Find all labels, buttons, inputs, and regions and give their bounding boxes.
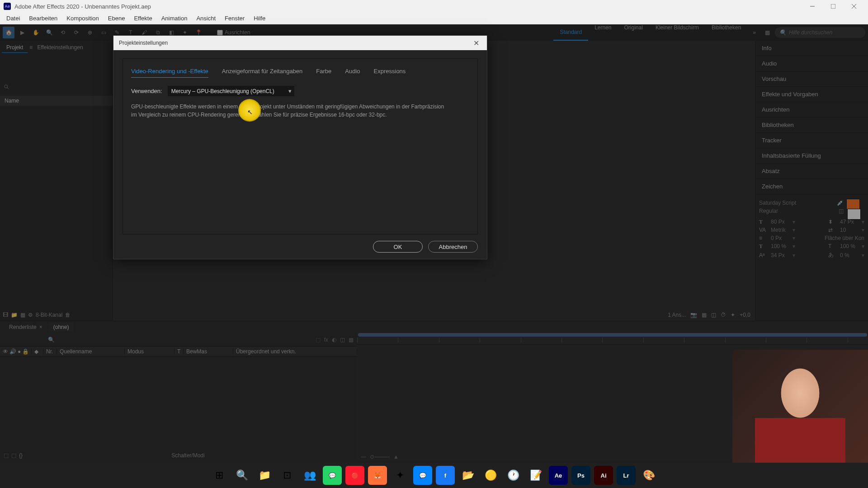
dialog-tab-0[interactable]: Video-Rendering und -Effekte [131,65,208,78]
taskbar-app2[interactable]: 🟡 [481,466,500,485]
taskbar-messenger[interactable]: 💬 [413,466,432,485]
taskbar-facebook[interactable]: f [436,466,455,485]
dialog-close-button[interactable]: ✕ [471,38,481,48]
taskbar-ai[interactable]: Ai [594,466,613,485]
renderer-label: Verwenden: [131,88,162,94]
ok-button[interactable]: OK [373,241,423,253]
taskbar-opera[interactable]: 🔴 [345,466,364,485]
taskbar-search[interactable]: 🔍 [232,466,251,485]
windows-taskbar: ⊞🔍📁⊡👥💬🔴🦊✦💬f📂🟡🕐📝AePsAiLr🎨 [0,463,868,488]
cursor-icon: ↖ [247,108,253,116]
taskbar-lr[interactable]: Lr [617,466,636,485]
taskbar-ps[interactable]: Ps [571,466,590,485]
dialog-tab-4[interactable]: Expressions [374,65,406,78]
dialog-tab-3[interactable]: Audio [345,65,360,78]
renderer-select[interactable]: Mercury – GPU-Beschleunigung (OpenCL) [168,86,294,96]
taskbar-app3[interactable]: 🎨 [639,466,658,485]
taskbar-app1[interactable]: ✦ [391,466,410,485]
dialog-title: Projekteinstellungen [119,40,168,46]
taskbar-files[interactable]: 📂 [458,466,477,485]
taskbar-firefox[interactable]: 🦊 [368,466,387,485]
taskbar-explorer[interactable]: 📁 [255,466,274,485]
taskbar-ae[interactable]: Ae [549,466,568,485]
taskbar-clock[interactable]: 🕐 [504,466,523,485]
taskbar-teams[interactable]: 👥 [300,466,319,485]
dialog-tab-1[interactable]: Anzeigeformat für Zeitangaben [222,65,303,78]
taskbar-notes[interactable]: 📝 [526,466,545,485]
webcam-overlay [732,350,868,463]
taskbar-windows[interactable]: ⊞ [210,466,229,485]
taskbar-taskview[interactable]: ⊡ [278,466,297,485]
renderer-note: GPU-beschleunigte Effekte werden in eine… [131,103,448,119]
project-settings-dialog: Projekteinstellungen ✕ Video-Rendering u… [113,35,487,259]
cancel-button[interactable]: Abbrechen [428,241,478,253]
dialog-tab-2[interactable]: Farbe [316,65,331,78]
taskbar-whatsapp[interactable]: 💬 [323,466,342,485]
